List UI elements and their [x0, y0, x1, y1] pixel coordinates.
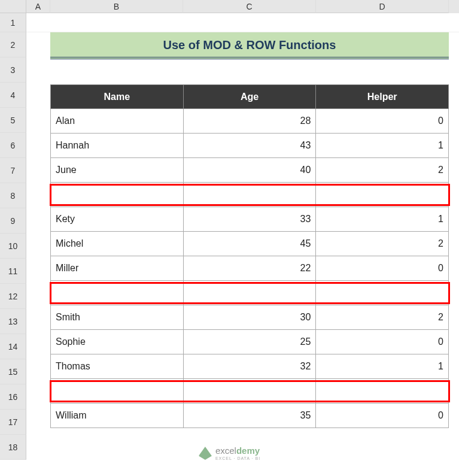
cell-name[interactable]: Miller: [51, 256, 184, 281]
cell-name[interactable]: Kety: [51, 207, 184, 232]
watermark-brand: exceldemy: [215, 446, 260, 455]
table-header-row: Name Age Helper: [51, 85, 449, 109]
cell-age[interactable]: 33: [183, 207, 316, 232]
spacer-row: [50, 59, 449, 84]
table-row[interactable]: Alan280: [51, 109, 449, 134]
cell-helper[interactable]: [316, 281, 449, 305]
cell-name[interactable]: William: [51, 404, 184, 428]
cell-age[interactable]: 32: [183, 354, 316, 379]
table-row[interactable]: [51, 183, 449, 207]
row-header[interactable]: 10: [0, 234, 26, 259]
col-header-a[interactable]: A: [26, 0, 50, 13]
table-row[interactable]: Hannah431: [51, 134, 449, 158]
cell-age[interactable]: 28: [183, 109, 316, 134]
row-header[interactable]: 16: [0, 384, 26, 410]
row-header[interactable]: 11: [0, 259, 26, 284]
row-header[interactable]: 13: [0, 309, 26, 334]
cell-name[interactable]: Alan: [51, 109, 184, 134]
cell-helper[interactable]: 0: [316, 330, 449, 354]
cell-age[interactable]: 30: [183, 305, 316, 330]
cell-helper[interactable]: 2: [316, 305, 449, 330]
cell-helper[interactable]: 1: [316, 354, 449, 379]
row-header[interactable]: 14: [0, 334, 26, 359]
cell-helper[interactable]: 0: [316, 109, 449, 134]
cell-age[interactable]: 43: [183, 134, 316, 158]
table-row[interactable]: Miller220: [51, 256, 449, 281]
row-header-gutter: 123456789101112131415161718: [0, 0, 26, 476]
cell-age[interactable]: [183, 281, 316, 305]
header-helper: Helper: [316, 85, 449, 109]
data-table: Name Age Helper Alan280Hannah431June402K…: [50, 84, 449, 428]
select-all-corner[interactable]: [0, 0, 26, 13]
column-header-row: A B C D: [26, 0, 459, 13]
cell-helper[interactable]: 1: [316, 207, 449, 232]
header-name: Name: [51, 85, 184, 109]
cell-name[interactable]: Sophie: [51, 330, 184, 354]
col-header-d[interactable]: D: [316, 0, 449, 13]
cell-helper[interactable]: [316, 183, 449, 207]
table-row[interactable]: Smith302: [51, 305, 449, 330]
cell-age[interactable]: [183, 379, 316, 404]
table-row[interactable]: Sophie250: [51, 330, 449, 354]
cell-age[interactable]: 25: [183, 330, 316, 354]
cell-helper[interactable]: 2: [316, 232, 449, 256]
cell-name[interactable]: Smith: [51, 305, 184, 330]
cell-name[interactable]: Hannah: [51, 134, 184, 158]
row-header[interactable]: 17: [0, 410, 26, 435]
row-header[interactable]: 15: [0, 359, 26, 384]
row-header[interactable]: 6: [0, 133, 26, 158]
cell-age[interactable]: [183, 183, 316, 207]
cell-helper[interactable]: [316, 379, 449, 404]
table-row[interactable]: William350: [51, 404, 449, 428]
table-row[interactable]: [51, 379, 449, 404]
col-header-b[interactable]: B: [50, 0, 183, 13]
table-row[interactable]: Kety331: [51, 207, 449, 232]
row-header[interactable]: 1: [0, 13, 26, 32]
spreadsheet-grid: 123456789101112131415161718 A B C D Use …: [0, 0, 459, 476]
row-header[interactable]: 8: [0, 183, 26, 208]
cell-name[interactable]: [51, 183, 184, 207]
row-header[interactable]: 5: [0, 108, 26, 133]
cell-name[interactable]: [51, 379, 184, 404]
row-header[interactable]: 4: [0, 83, 26, 108]
page-title: Use of MOD & ROW Functions: [50, 32, 449, 59]
cell-age[interactable]: 35: [183, 404, 316, 428]
table-row[interactable]: Thomas321: [51, 354, 449, 379]
row-header[interactable]: 2: [0, 32, 26, 57]
cell-age[interactable]: 22: [183, 256, 316, 281]
col-header-c[interactable]: C: [183, 0, 316, 13]
cell-helper[interactable]: 1: [316, 134, 449, 158]
row-header[interactable]: 18: [0, 435, 26, 460]
table-row[interactable]: [51, 281, 449, 305]
cell-helper[interactable]: 2: [316, 158, 449, 183]
watermark-icon: [199, 447, 212, 460]
watermark: exceldemy EXCEL · DATA · BI: [199, 446, 260, 460]
cell-age[interactable]: 45: [183, 232, 316, 256]
cell-helper[interactable]: 0: [316, 404, 449, 428]
header-age: Age: [183, 85, 316, 109]
row-header[interactable]: 7: [0, 158, 26, 183]
cell-name[interactable]: [51, 281, 184, 305]
cell-helper[interactable]: 0: [316, 256, 449, 281]
row-header[interactable]: 9: [0, 208, 26, 234]
row-header[interactable]: 12: [0, 284, 26, 309]
cell-name[interactable]: June: [51, 158, 184, 183]
cell-name[interactable]: Michel: [51, 232, 184, 256]
table-row[interactable]: June402: [51, 158, 449, 183]
cell-name[interactable]: Thomas: [51, 354, 184, 379]
cell-age[interactable]: 40: [183, 158, 316, 183]
table-row[interactable]: Michel452: [51, 232, 449, 256]
sheet-body[interactable]: Use of MOD & ROW Functions Name Age Help…: [26, 13, 459, 476]
watermark-tagline: EXCEL · DATA · BI: [215, 456, 260, 460]
row-header[interactable]: 3: [0, 57, 26, 83]
